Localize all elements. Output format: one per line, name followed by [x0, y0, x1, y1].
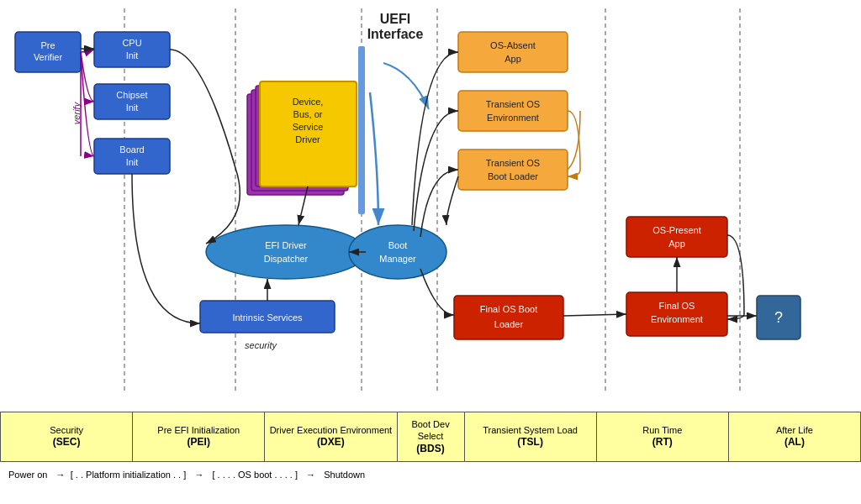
transient-os-env-box: [458, 91, 568, 131]
final-os-boot-label1: Final OS Boot: [480, 304, 537, 314]
chipset-init-label: Chipset: [116, 90, 147, 100]
power-row: Power on → [ . . Platform initialization…: [0, 465, 861, 484]
pre-verifier-label2: Verifier: [34, 52, 63, 62]
svg-rect-6: [358, 46, 365, 214]
device-driver-label2: Bus, or: [293, 109, 323, 119]
phase-pei-abbr: (PEI): [188, 436, 210, 449]
phases-row: Security (SEC) Pre EFI Initialization (P…: [0, 412, 861, 462]
boot-manager-label1: Boot: [388, 240, 408, 250]
phase-dxe-name: Driver Execution Environment: [270, 424, 393, 436]
device-driver-label3: Service: [293, 122, 324, 132]
cpu-init-label2: Init: [126, 50, 139, 60]
os-present-app-box: [626, 217, 727, 257]
security-label: security: [245, 340, 277, 350]
device-driver-label4: Driver: [295, 134, 320, 144]
phase-sec-name: Security: [50, 424, 83, 436]
verify-label: verify: [71, 101, 82, 124]
os-absent-app-label1: OS-Absent: [490, 40, 536, 50]
platform-arrow: →: [189, 470, 209, 480]
phase-tsl-name: Transient System Load: [483, 424, 578, 436]
os-boot-arrow: →: [301, 470, 320, 480]
phase-bds-name: Boot Dev Select: [400, 418, 462, 443]
phase-pei: Pre EFI Initialization (PEI): [133, 412, 265, 461]
platform-init-label: → [ . . Platform initialization . . ]: [50, 470, 186, 480]
board-init-label2: Init: [126, 157, 139, 167]
board-init-label: Board: [119, 144, 144, 155]
phase-tsl-abbr: (TSL): [517, 436, 543, 449]
phase-sec-abbr: (SEC): [53, 436, 81, 449]
final-os-boot-label2: Loader: [494, 319, 524, 329]
os-present-app-label1: OS-Present: [652, 225, 700, 235]
transient-os-env-label1: Transient OS: [486, 99, 540, 109]
efi-dispatcher-ellipse: [206, 225, 366, 279]
phase-bds-abbr: (BDS): [416, 443, 444, 456]
os-present-app-label2: App: [668, 239, 685, 249]
phase-rt: Run Time (RT): [597, 412, 729, 461]
efi-dispatcher-label2: Dispatcher: [264, 254, 309, 264]
chipset-init-label2: Init: [126, 102, 139, 113]
phase-rt-name: Run Time: [642, 424, 682, 436]
diagram-area: UEFI Interface Pre Verifier CPU Init Chi…: [0, 0, 861, 412]
cpu-init-label: CPU: [122, 38, 141, 48]
transient-os-boot-label1: Transient OS: [486, 158, 540, 168]
pre-verifier-label: Pre: [40, 40, 55, 50]
boot-manager-label2: Manager: [379, 254, 416, 264]
phase-al-name: After Life: [776, 424, 813, 436]
transient-os-boot-box: [458, 150, 568, 190]
question-label: ?: [774, 309, 783, 326]
phase-tsl: Transient System Load (TSL): [465, 412, 597, 461]
phase-sec: Security (SEC): [1, 412, 133, 461]
phase-rt-abbr: (RT): [652, 436, 673, 449]
final-os-env-label1: Final OS: [659, 301, 695, 311]
svg-line-19: [563, 314, 626, 316]
os-boot-label: [ . . . . OS boot . . . . ]: [213, 470, 298, 480]
os-absent-app-label2: App: [504, 54, 521, 64]
intrinsic-services-label: Intrinsic Services: [232, 312, 303, 323]
interface-label: Interface: [367, 27, 424, 41]
bottom-bar: Security (SEC) Pre EFI Initialization (P…: [0, 412, 861, 504]
transient-os-boot-label2: Boot Loader: [488, 171, 538, 181]
os-absent-app-box: [458, 32, 568, 72]
uefi-label: UEFI: [380, 12, 410, 26]
phase-pei-name: Pre EFI Initialization: [157, 424, 240, 436]
phase-bds: Boot Dev Select (BDS): [398, 412, 465, 461]
shutdown-label: Shutdown: [324, 470, 365, 480]
phase-al: After Life (AL): [729, 412, 860, 461]
phase-dxe-abbr: (DXE): [317, 436, 345, 449]
final-os-boot-box: [454, 296, 563, 339]
transient-os-env-label2: Environment: [487, 113, 539, 123]
power-on-label: Power on: [8, 470, 47, 480]
efi-dispatcher-label1: EFI Driver: [265, 240, 307, 250]
device-driver-label1: Device,: [293, 97, 324, 107]
final-os-env-label2: Environment: [651, 314, 703, 324]
phase-al-abbr: (AL): [784, 436, 805, 449]
phase-dxe: Driver Execution Environment (DXE): [265, 412, 397, 461]
